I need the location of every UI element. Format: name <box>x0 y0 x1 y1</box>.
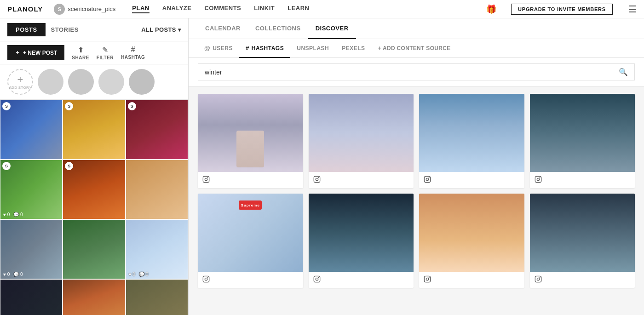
hashtag-label: HASHTAG <box>121 55 145 60</box>
panel-tabs: CALENDAR COLLECTIONS DISCOVER <box>189 18 644 39</box>
new-post-button[interactable]: ＋ + NEW POST <box>7 45 64 60</box>
source-tab-hashtags[interactable]: # HASHTAGS <box>239 39 290 58</box>
nav-plan[interactable]: PLAN <box>132 5 149 13</box>
card-footer <box>198 172 303 188</box>
grid-row-3: ♥ 0 💬 0 ♥ 0 💬 0 <box>0 219 188 279</box>
instagram-icon <box>424 275 431 284</box>
hamburger-icon[interactable]: ☰ <box>628 4 637 15</box>
tab-collections[interactable]: COLLECTIONS <box>248 18 308 39</box>
tab-discover[interactable]: DISCOVER <box>308 18 356 39</box>
discover-card[interactable]: Supreme <box>198 194 303 288</box>
tab-calendar-label: CALENDAR <box>205 25 241 32</box>
cell-badge: S <box>2 162 11 170</box>
discover-card[interactable] <box>309 194 414 288</box>
add-story-button[interactable]: + ADD STORY <box>7 69 33 95</box>
discover-card[interactable] <box>530 94 635 188</box>
posts-button[interactable]: POSTS <box>7 23 46 36</box>
comment-stat: 💬 0 <box>13 212 23 217</box>
discover-card[interactable] <box>530 194 635 288</box>
new-post-label: + NEW POST <box>23 50 57 56</box>
add-story-plus-icon: + <box>17 74 23 85</box>
cell-badge: S <box>2 102 11 110</box>
discover-card[interactable] <box>198 94 303 188</box>
upgrade-button[interactable]: UPGRADE TO INVITE MEMBERS <box>511 4 613 15</box>
grid-cell[interactable] <box>63 279 125 315</box>
svg-point-22 <box>537 278 539 280</box>
nav-learn[interactable]: LEARN <box>288 5 309 13</box>
svg-rect-9 <box>535 176 541 182</box>
source-tab-pexels[interactable]: PEXELS <box>335 40 371 58</box>
grid-cell[interactable] <box>126 279 188 315</box>
sidebar: POSTS STORIES ALL POSTS ▾ ＋ + NEW POST ⬆… <box>0 18 189 315</box>
svg-point-14 <box>207 277 208 278</box>
source-tab-pexels-label: PEXELS <box>342 45 365 52</box>
cell-badge: S <box>128 102 136 110</box>
svg-rect-18 <box>424 276 430 282</box>
search-icon: 🔍 <box>619 68 628 76</box>
discover-grid: Supreme <box>189 86 644 315</box>
svg-point-16 <box>316 278 318 280</box>
nav-analyze[interactable]: ANALYZE <box>162 5 192 13</box>
svg-rect-12 <box>203 276 209 282</box>
grid-cell[interactable] <box>126 160 188 219</box>
svg-rect-21 <box>535 276 541 282</box>
svg-point-2 <box>207 177 208 178</box>
discover-card[interactable] <box>419 94 524 188</box>
cell-stats: ♥ 0 💬 0 <box>3 272 23 277</box>
filter-action[interactable]: ✎ FILTER <box>97 46 114 60</box>
grid-cell[interactable]: S ♥ 0 💬 0 <box>0 160 63 219</box>
grid-cell[interactable]: S <box>126 100 188 160</box>
svg-point-8 <box>429 177 430 178</box>
search-input[interactable] <box>205 69 615 76</box>
tab-calendar[interactable]: CALENDAR <box>198 18 248 39</box>
discover-card[interactable] <box>419 194 524 288</box>
grid-cell[interactable] <box>0 279 63 315</box>
instagram-icon <box>202 176 210 184</box>
share-action[interactable]: ⬆ SHARE <box>72 46 89 60</box>
tab-collections-label: COLLECTIONS <box>255 25 301 32</box>
plus-icon: ＋ <box>15 49 20 57</box>
hashtag-action[interactable]: # HASHTAG <box>121 46 145 60</box>
source-tab-users-label: USERS <box>213 45 233 52</box>
svg-point-5 <box>318 177 319 178</box>
svg-rect-6 <box>424 176 430 182</box>
grid-cell[interactable] <box>63 219 125 279</box>
grid-row-1: S S S <box>0 100 188 160</box>
grid-cell[interactable]: S <box>63 160 125 219</box>
add-content-source-button[interactable]: + ADD CONTENT SOURCE <box>372 40 457 57</box>
card-footer <box>530 272 635 288</box>
nav-comments[interactable]: COMMENTS <box>204 5 241 13</box>
svg-point-20 <box>429 277 430 278</box>
card-footer <box>309 172 414 188</box>
story-circle-1 <box>38 69 63 95</box>
grid-cell[interactable]: S <box>0 100 63 160</box>
cell-stats: ♥ 0 💬 0 <box>3 212 23 217</box>
instagram-icon <box>313 275 321 284</box>
sidebar-top-bar: POSTS STORIES ALL POSTS ▾ <box>0 18 188 41</box>
share-icon: ⬆ <box>78 46 84 54</box>
discover-card[interactable] <box>309 94 414 188</box>
share-label: SHARE <box>72 55 89 60</box>
comment-stat: 💬 0 <box>139 272 148 277</box>
source-tab-unsplash[interactable]: UNSPLASH <box>290 40 335 58</box>
avatar: S <box>54 4 65 15</box>
nav-linkit[interactable]: LINKIT <box>254 5 275 13</box>
source-tab-users[interactable]: @ USERS <box>198 39 239 58</box>
grid-cell[interactable]: ♥ 0 💬 0 <box>126 219 188 279</box>
source-tabs: @ USERS # HASHTAGS UNSPLASH PEXELS + ADD… <box>189 39 644 58</box>
app-logo: PLANOLY <box>7 5 43 13</box>
hashtag-icon: # <box>131 46 135 54</box>
grid-cell[interactable]: ♥ 0 💬 0 <box>0 219 63 279</box>
account-info[interactable]: S scenicnature_pics <box>54 4 115 15</box>
source-tab-unsplash-label: UNSPLASH <box>297 45 329 52</box>
grid-cell[interactable]: S <box>63 100 125 160</box>
hash-icon: # <box>246 45 249 52</box>
svg-rect-0 <box>203 176 209 182</box>
svg-point-23 <box>539 277 540 278</box>
all-posts-button[interactable]: ALL POSTS ▾ <box>141 26 181 33</box>
main-layout: POSTS STORIES ALL POSTS ▾ ＋ + NEW POST ⬆… <box>0 18 644 315</box>
like-stat: ♥ 0 <box>3 272 10 277</box>
svg-point-10 <box>537 178 539 180</box>
stories-button[interactable]: STORIES <box>51 26 79 33</box>
all-posts-label: ALL POSTS <box>141 26 176 33</box>
